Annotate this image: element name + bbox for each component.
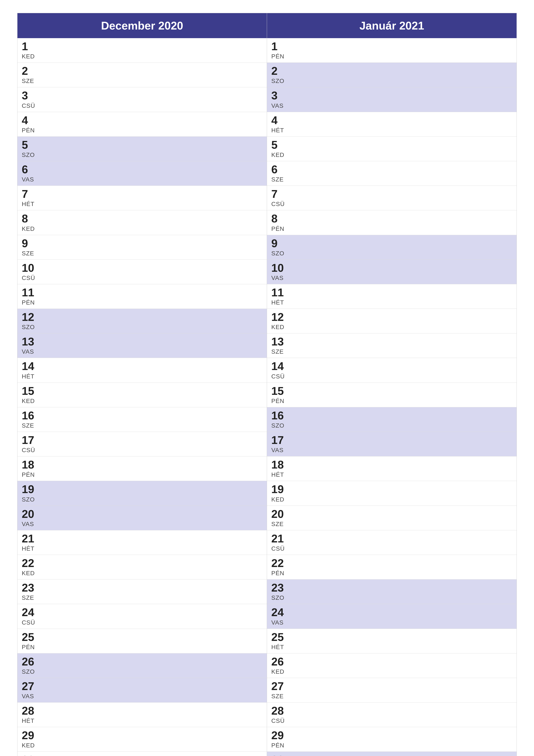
table-row: 16SZE (17, 407, 267, 432)
day-number: 17 (22, 434, 263, 446)
day-name: SZO (271, 594, 512, 601)
table-row: 20SZE (267, 506, 517, 530)
day-number: 2 (22, 65, 263, 77)
day-number: 26 (271, 656, 512, 668)
day-number: 10 (22, 262, 263, 274)
day-name: VAS (271, 102, 512, 109)
table-row: 11PÉN (17, 284, 267, 309)
day-number: 18 (22, 459, 263, 471)
day-name: SZO (22, 496, 263, 503)
day-number: 22 (271, 557, 512, 569)
table-row: 30SZE (17, 752, 267, 756)
table-row: 15KED (17, 383, 267, 407)
day-number: 8 (22, 212, 263, 225)
table-row: 23SZO (267, 580, 517, 604)
table-row: 27VAS (17, 678, 267, 703)
calendar: December 2020 Január 2021 1KED2SZE3CSÜ4P… (17, 13, 517, 756)
day-name: CSÜ (22, 102, 263, 109)
table-row: 14CSÜ (267, 358, 517, 383)
calendar-header: December 2020 Január 2021 (17, 13, 517, 38)
day-number: 17 (271, 434, 512, 446)
table-row: 6VAS (17, 161, 267, 186)
table-row: 26KED (267, 653, 517, 678)
table-row: 25HÉT (267, 629, 517, 653)
day-number: 4 (22, 114, 263, 126)
day-number: 18 (271, 459, 512, 471)
table-row: 29PÉN (267, 727, 517, 752)
table-row: 6SZE (267, 161, 517, 186)
day-number: 8 (271, 212, 512, 225)
day-number: 27 (271, 680, 512, 692)
table-row: 17CSÜ (17, 432, 267, 456)
day-name: SZE (271, 693, 512, 700)
table-row: 16SZO (267, 407, 517, 432)
day-name: SZE (22, 250, 263, 257)
table-row: 14HÉT (17, 358, 267, 383)
day-name: HÉT (22, 545, 263, 552)
day-name: PÉN (271, 398, 512, 405)
table-row: 1PÉN (267, 38, 517, 63)
day-number: 23 (22, 582, 263, 594)
day-name: SZE (22, 78, 263, 85)
day-name: SZE (271, 176, 512, 183)
day-number: 24 (271, 606, 512, 618)
day-name: CSÜ (271, 373, 512, 380)
table-row: 3VAS (267, 87, 517, 112)
day-name: KED (22, 398, 263, 405)
table-row: 11HÉT (267, 284, 517, 309)
day-number: 3 (271, 90, 512, 102)
table-row: 30SZO (267, 752, 517, 756)
day-number: 6 (271, 163, 512, 176)
day-number: 15 (271, 385, 512, 397)
day-name: SZE (271, 521, 512, 527)
table-row: 10VAS (267, 260, 517, 284)
day-name: HÉT (271, 127, 512, 134)
day-number: 7 (271, 188, 512, 200)
table-row: 1KED (17, 38, 267, 63)
table-row: 13SZE (267, 334, 517, 358)
table-row: 8KED (17, 210, 267, 235)
day-name: SZO (22, 668, 263, 675)
table-row: 3CSÜ (17, 87, 267, 112)
day-number: 21 (22, 532, 263, 545)
table-row: 9SZO (267, 235, 517, 260)
table-row: 5SZO (17, 137, 267, 161)
table-row: 5KED (267, 137, 517, 161)
day-name: HÉT (271, 471, 512, 478)
table-row: 21CSÜ (267, 530, 517, 555)
day-name: HÉT (22, 717, 263, 724)
day-number: 29 (22, 729, 263, 742)
day-number: 9 (271, 237, 512, 250)
table-row: 29KED (17, 727, 267, 752)
day-number: 15 (22, 385, 263, 397)
day-number: 11 (22, 286, 263, 299)
day-name: VAS (271, 275, 512, 282)
day-name: KED (22, 742, 263, 749)
table-row: 28CSÜ (267, 703, 517, 727)
day-name: SZO (22, 324, 263, 331)
day-number: 24 (22, 606, 263, 618)
day-name: KED (271, 151, 512, 158)
day-number: 13 (271, 336, 512, 348)
day-number: 19 (271, 483, 512, 496)
day-number: 12 (22, 311, 263, 323)
table-row: 4HÉT (267, 112, 517, 137)
januar-column: 1PÉN2SZO3VAS4HÉT5KED6SZE7CSÜ8PÉN9SZO10VA… (267, 38, 517, 756)
december-header: December 2020 (17, 13, 267, 38)
day-number: 10 (271, 262, 512, 274)
table-row: 7HÉT (17, 186, 267, 210)
day-number: 7 (22, 188, 263, 200)
day-name: PÉN (22, 127, 263, 134)
day-number: 16 (271, 410, 512, 422)
day-number: 22 (22, 557, 263, 569)
day-number: 20 (22, 508, 263, 520)
day-number: 1 (22, 40, 263, 53)
day-name: PÉN (271, 53, 512, 60)
day-name: SZO (271, 422, 512, 429)
day-name: SZE (271, 348, 512, 355)
day-name: VAS (22, 693, 263, 700)
table-row: 12KED (267, 309, 517, 334)
day-number: 28 (271, 705, 512, 717)
day-name: SZE (22, 422, 263, 429)
day-name: CSÜ (22, 275, 263, 282)
